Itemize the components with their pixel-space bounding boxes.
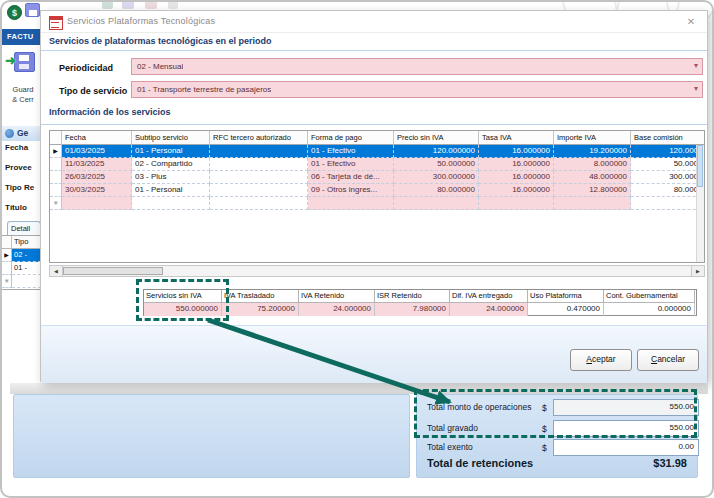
field-label-proveedor: Provee — [5, 163, 41, 172]
grid-cell[interactable]: 01 - Efectivo — [308, 158, 394, 171]
grid-cell[interactable] — [210, 197, 308, 210]
summary-column-cont-gubernamental: Cont. Gubernamental — [604, 290, 695, 303]
grid-cell[interactable]: 80.000000 — [394, 184, 479, 197]
grid-cell[interactable]: 300.00000 — [631, 171, 705, 184]
mini-grid-row[interactable]: 01 - — [2, 262, 41, 275]
dialog-titlebar[interactable]: Servicios Plataformas Tecnológicas ✕ — [41, 11, 707, 33]
grid-cell[interactable]: 11/03/2025 — [62, 158, 132, 171]
grid-cell[interactable]: 50.000000 — [394, 158, 479, 171]
column-header-subtipo-servicio[interactable]: Subtipo servicio — [132, 131, 210, 145]
grid-cell[interactable]: 03 - Plus — [132, 171, 210, 184]
grid-cell[interactable]: 16.000000 — [479, 171, 554, 184]
mini-grid-new-row[interactable]: ✳ — [2, 275, 41, 288]
grid-cell[interactable] — [308, 197, 394, 210]
mini-grid-column-tipo: Tipo — [12, 236, 41, 249]
periodicidad-combo[interactable]: 02 - Mensual ▾ — [131, 58, 703, 75]
mini-grid-cell[interactable]: 02 - — [12, 249, 41, 262]
grid-cell[interactable]: 48.000000 — [554, 171, 631, 184]
general-section-icon — [5, 129, 14, 138]
detalle-mini-grid: Tipo ▶ 02 - 01 - ✳ — [1, 235, 42, 290]
column-header-base-comisi-n[interactable]: Base comisión — [631, 131, 705, 145]
new-row-icon: ✳ — [2, 275, 12, 288]
close-icon[interactable]: ✕ — [681, 13, 701, 31]
horizontal-scrollbar-thumb[interactable] — [63, 267, 163, 275]
grid-cell[interactable]: 26/03/2025 — [62, 171, 132, 184]
grid-row-4[interactable]: 30/03/202501 - Personal09 - Otros ingres… — [50, 184, 704, 197]
grid-cell[interactable]: 01 - Efectivo — [308, 145, 394, 158]
grid-cell[interactable]: 16.000000 — [479, 145, 554, 158]
tipo-servicio-value: 01 - Transporte terrestre de pasajeros — [137, 83, 271, 97]
grid-cell[interactable] — [210, 171, 308, 184]
grid-cell[interactable]: 16.000000 — [479, 184, 554, 197]
grid-row-1[interactable]: ▶01/03/202501 - Personal01 - Efectivo120… — [50, 145, 704, 158]
toolbar-icon-fragment — [168, 2, 178, 9]
column-header-tasa-iva[interactable]: Tasa IVA — [479, 131, 554, 145]
column-header-rfc-tercero-autorizado[interactable]: RFC tercero autorizado — [210, 131, 308, 145]
grid-row-3[interactable]: 26/03/202503 - Plus06 - Tarjeta de dé...… — [50, 171, 704, 184]
grid-cell[interactable] — [479, 197, 554, 210]
scroll-left-icon[interactable]: ◀ — [50, 266, 63, 276]
grid-cell[interactable]: 120.000000 — [394, 145, 479, 158]
grid-cell[interactable]: 06 - Tarjeta de dé... — [308, 171, 394, 184]
grid-cell[interactable] — [210, 145, 308, 158]
cancelar-button[interactable]: Cancelar — [637, 349, 699, 371]
services-grid-header: FechaSubtipo servicioRFC tercero autoriz… — [50, 131, 704, 145]
summary-value: 7.980000 — [375, 303, 450, 316]
servicios-plataformas-dialog: Servicios Plataformas Tecnológicas ✕ Ser… — [40, 10, 708, 382]
grid-cell[interactable]: 300.000000 — [394, 171, 479, 184]
row-selector-icon: ▶ — [2, 249, 12, 262]
grid-new-row[interactable]: ✳ — [50, 197, 704, 210]
aceptar-button[interactable]: Aceptar — [570, 349, 632, 371]
column-header-fecha[interactable]: Fecha — [62, 131, 132, 145]
tab-detalle[interactable]: Detall — [7, 221, 41, 235]
grid-cell[interactable] — [631, 197, 705, 210]
highlight-box-servicios-sin-iva — [136, 279, 229, 321]
chevron-down-icon[interactable]: ▾ — [694, 84, 698, 93]
services-grid-body: ▶01/03/202501 - Personal01 - Efectivo120… — [50, 145, 704, 210]
grid-cell[interactable]: 16.000000 — [479, 158, 554, 171]
mini-grid-cell[interactable] — [12, 275, 41, 288]
grid-cell[interactable] — [394, 197, 479, 210]
grid-cell[interactable]: 80.00000 — [631, 184, 705, 197]
vertical-scrollbar[interactable] — [696, 145, 704, 262]
grid-cell[interactable]: 19.200000 — [554, 145, 631, 158]
grid-cell[interactable]: 12.800000 — [554, 184, 631, 197]
total-exento-field[interactable]: 0.00 — [553, 439, 699, 456]
column-header-importe-iva[interactable]: Importe IVA — [554, 131, 631, 145]
general-section-header: Ge — [2, 126, 41, 141]
grid-cell[interactable] — [210, 184, 308, 197]
mini-grid-cell[interactable]: 01 - — [12, 262, 41, 275]
periodicidad-label: Periodicidad — [59, 63, 113, 73]
grid-cell[interactable] — [62, 197, 132, 210]
vertical-scrollbar-thumb[interactable] — [697, 145, 703, 187]
grid-cell[interactable]: 01 - Personal — [132, 145, 210, 158]
grid-cell[interactable] — [132, 197, 210, 210]
grid-cell[interactable]: 09 - Otros ingres... — [308, 184, 394, 197]
grid-cell[interactable]: 50.00000 — [631, 158, 705, 171]
green-arrow-icon: ➜ — [5, 53, 16, 68]
grid-cell[interactable] — [554, 197, 631, 210]
services-grid: FechaSubtipo servicioRFC tercero autoriz… — [49, 130, 705, 263]
grid-cell[interactable]: 8.000000 — [554, 158, 631, 171]
column-header-precio-sin-iva[interactable]: Precio sin IVA — [394, 131, 479, 145]
ribbon-tab-factura[interactable]: FACTU — [2, 29, 41, 45]
total-retenciones-label: Total de retenciones — [427, 457, 533, 469]
tipo-servicio-combo[interactable]: 01 - Transporte terrestre de pasajeros ▾ — [131, 81, 703, 98]
mini-grid-header-row: Tipo — [2, 236, 41, 249]
grid-cell[interactable] — [210, 158, 308, 171]
chevron-down-icon[interactable]: ▾ — [694, 61, 698, 70]
section-title: Información de los servicios — [49, 107, 171, 117]
grid-cell[interactable]: 01 - Personal — [132, 184, 210, 197]
grid-cell[interactable]: 30/03/2025 — [62, 184, 132, 197]
save-icon — [25, 3, 40, 17]
grid-row-2[interactable]: 11/03/202502 - Compartido01 - Efectivo50… — [50, 158, 704, 171]
guardar-cerrar-button[interactable]: ➜ Guard & Cerr — [3, 47, 43, 109]
scroll-right-icon[interactable]: ▶ — [691, 266, 704, 276]
grid-cell[interactable]: 120.00000 — [631, 145, 705, 158]
total-exento-label: Total exento — [427, 442, 473, 452]
grid-cell[interactable]: 01/03/2025 — [62, 145, 132, 158]
mini-grid-row[interactable]: ▶ 02 - — [2, 249, 41, 262]
horizontal-scrollbar[interactable]: ◀ ▶ — [49, 265, 705, 277]
column-header-forma-de-pago[interactable]: Forma de pago — [308, 131, 394, 145]
grid-cell[interactable]: 02 - Compartido — [132, 158, 210, 171]
